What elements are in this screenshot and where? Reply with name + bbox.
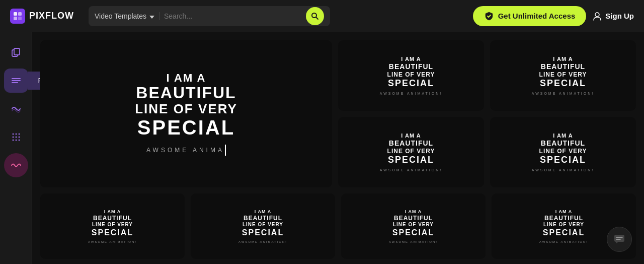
bottom-2-line3: LINE OF VERY xyxy=(392,222,434,228)
bottom-0-line3: LINE OF VERY xyxy=(92,222,133,228)
grid-card-1-line4: SPECIAL xyxy=(539,78,587,89)
svg-rect-0 xyxy=(14,12,17,16)
search-dropdown-label: Video Templates xyxy=(95,12,146,20)
logo-text: PIXFLOW xyxy=(29,11,74,21)
bottom-3-line3: LINE OF VERY xyxy=(543,222,585,228)
main-layout: Paragraph xyxy=(0,32,644,264)
grid-card-2-line2: BEAUTIFUL xyxy=(387,139,435,148)
bottom-card-2[interactable]: I AM A BEAUTIFUL LINE OF VERY SPECIAL AW… xyxy=(341,193,486,259)
logo[interactable]: PIXFLOW xyxy=(10,9,80,24)
grid-card-2-line1: I AM A xyxy=(387,133,435,139)
sidebar-item-duplicate[interactable] xyxy=(4,40,28,64)
chat-icon xyxy=(613,233,625,245)
search-icon xyxy=(311,12,319,20)
sidebar-item-wave[interactable] xyxy=(4,153,28,177)
grid-card-1-line2: BEAUTIFUL xyxy=(539,62,587,71)
large-card-subtitle: AWSOME ANIMA xyxy=(146,147,224,154)
wave-icon xyxy=(11,160,22,171)
bottom-3-line1: I AM A xyxy=(543,209,585,215)
grid-card-0-line2: BEAUTIFUL xyxy=(387,62,435,71)
template-card-tr2[interactable]: I AM A BEAUTIFUL LINE OF VERY SPECIAL AW… xyxy=(490,40,636,111)
svg-point-6 xyxy=(595,13,599,17)
bottom-0-line2: BEAUTIFUL xyxy=(92,215,133,222)
duplicate-icon xyxy=(11,47,22,58)
search-bar: Video Templates xyxy=(89,6,330,26)
bottom-1-line3: LINE OF VERY xyxy=(242,222,284,228)
svg-rect-21 xyxy=(614,235,624,242)
bottom-card-1[interactable]: I AM A BEAUTIFUL LINE OF VERY SPECIAL AW… xyxy=(191,193,335,259)
svg-point-19 xyxy=(15,140,17,141)
signup-button[interactable]: Sign Up xyxy=(592,11,634,21)
template-card-mr2[interactable]: I AM A BEAUTIFUL LINE OF VERY SPECIAL AW… xyxy=(490,117,636,187)
search-dropdown[interactable]: Video Templates xyxy=(95,12,160,20)
search-input[interactable] xyxy=(164,12,302,20)
grid-card-1-line3: LINE OF VERY xyxy=(539,71,587,78)
template-card-mr1[interactable]: I AM A BEAUTIFUL LINE OF VERY SPECIAL AW… xyxy=(338,117,484,187)
large-card-line4: SPECIAL xyxy=(135,116,237,139)
large-card-line1: I AM A xyxy=(135,72,237,84)
sidebar-item-paragraph[interactable] xyxy=(4,69,28,93)
svg-rect-8 xyxy=(14,48,20,55)
large-card-line3: LINE OF VERY xyxy=(135,102,237,116)
bottom-0-line4: SPECIAL xyxy=(92,228,133,237)
bottom-2-line4: SPECIAL xyxy=(392,228,434,237)
bottom-2-subtitle: AWSOME ANIMATION! xyxy=(389,240,438,243)
grid-card-2-line4: SPECIAL xyxy=(387,155,435,166)
svg-line-5 xyxy=(316,17,318,19)
template-card-tr1[interactable]: I AM A BEAUTIFUL LINE OF VERY SPECIAL AW… xyxy=(338,40,484,111)
grid-card-3-subtitle: AWSOME ANIMATION! xyxy=(532,168,595,172)
content-area: I AM A BEAUTIFUL LINE OF VERY SPECIAL AW… xyxy=(32,32,644,264)
header-right: Get Unlimited Access Sign Up xyxy=(473,6,634,26)
sidebar-item-dots[interactable] xyxy=(4,125,28,149)
unlimited-access-label: Get Unlimited Access xyxy=(498,12,576,20)
grid-card-0-subtitle: AWSOME ANIMATION! xyxy=(380,92,443,95)
template-card-large[interactable]: I AM A BEAUTIFUL LINE OF VERY SPECIAL AW… xyxy=(40,40,332,187)
effect-icon xyxy=(11,103,22,114)
cursor-blink xyxy=(225,145,226,156)
grid-card-3-line1: I AM A xyxy=(539,133,587,139)
svg-rect-1 xyxy=(18,12,22,16)
bottom-3-line4: SPECIAL xyxy=(543,228,585,237)
bottom-1-line1: I AM A xyxy=(242,209,284,215)
svg-point-12 xyxy=(12,134,14,135)
svg-point-16 xyxy=(15,137,17,138)
grid-card-3-line4: SPECIAL xyxy=(539,155,587,166)
bottom-3-subtitle: AWSOME ANIMATION! xyxy=(539,240,588,243)
grid-card-2-subtitle: AWSOME ANIMATION! xyxy=(380,168,443,172)
sidebar-item-effect[interactable] xyxy=(4,97,28,121)
search-button[interactable] xyxy=(306,7,324,25)
dots-grid-icon xyxy=(11,131,22,143)
shield-icon xyxy=(484,11,494,21)
bottom-3-line2: BEAUTIFUL xyxy=(543,215,585,222)
grid-card-0-line4: SPECIAL xyxy=(387,78,435,89)
svg-rect-3 xyxy=(18,17,22,20)
chat-button[interactable] xyxy=(607,227,632,252)
header: PIXFLOW Video Templates Get Unlimited Ac… xyxy=(0,0,644,32)
bottom-1-line2: BEAUTIFUL xyxy=(242,215,284,222)
grid-card-1-subtitle: AWSOME ANIMATION! xyxy=(532,92,595,95)
bottom-1-line4: SPECIAL xyxy=(242,228,284,237)
svg-point-17 xyxy=(18,137,20,138)
grid-card-1-line1: I AM A xyxy=(539,56,587,62)
user-icon xyxy=(592,11,602,21)
unlimited-access-button[interactable]: Get Unlimited Access xyxy=(473,6,587,26)
svg-point-15 xyxy=(12,137,14,138)
bottom-2-line2: BEAUTIFUL xyxy=(392,215,434,222)
bottom-card-0[interactable]: I AM A BEAUTIFUL LINE OF VERY SPECIAL AW… xyxy=(40,193,185,259)
svg-point-14 xyxy=(18,134,20,135)
signup-label: Sign Up xyxy=(605,12,634,20)
logo-icon xyxy=(10,9,25,24)
grid-card-0-line3: LINE OF VERY xyxy=(387,71,435,78)
sidebar: Paragraph xyxy=(0,32,32,264)
large-card-line2: BEAUTIFUL xyxy=(135,84,237,102)
svg-point-18 xyxy=(12,140,14,141)
grid-card-0-line1: I AM A xyxy=(387,56,435,62)
svg-point-20 xyxy=(18,140,20,141)
bottom-0-line1: I AM A xyxy=(92,209,133,215)
bottom-1-subtitle: AWSOME ANIMATION! xyxy=(238,240,287,243)
paragraph-icon xyxy=(11,75,22,86)
grid-card-3-line2: BEAUTIFUL xyxy=(539,139,587,148)
bottom-2-line1: I AM A xyxy=(392,209,434,215)
bottom-row: I AM A BEAUTIFUL LINE OF VERY SPECIAL AW… xyxy=(40,193,636,259)
grid-card-2-line3: LINE OF VERY xyxy=(387,148,435,155)
